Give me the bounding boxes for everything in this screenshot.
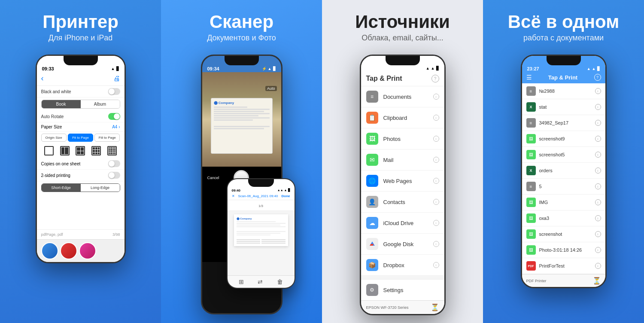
paper-size-row: Paper Size A4 › bbox=[37, 122, 125, 132]
help-button-4[interactable]: ? bbox=[594, 74, 601, 81]
contacts-label: Contacts bbox=[383, 199, 433, 205]
copies-toggle[interactable] bbox=[108, 160, 120, 167]
duplex-toggle[interactable] bbox=[108, 172, 120, 179]
doc-info-orders[interactable]: i bbox=[595, 168, 601, 174]
overlay-scan-label: Scan-06_Aug_2021 09:40 bbox=[238, 194, 278, 198]
menu-icon[interactable]: ☰ bbox=[526, 74, 532, 81]
book-btn[interactable]: Book bbox=[42, 100, 81, 108]
scan-line-5 bbox=[214, 115, 258, 116]
doc-info-img[interactable]: i bbox=[595, 199, 601, 205]
doc-name-printfortest: PrintForTest bbox=[539, 263, 595, 268]
doc-screenshot5[interactable]: 🖼 screenshot5 i bbox=[522, 147, 605, 163]
help-button-3[interactable]: ? bbox=[431, 75, 439, 82]
fill-page-btn[interactable]: Fill to Page bbox=[94, 134, 120, 142]
status-icons-4: ▲ ▲ ▊ bbox=[587, 67, 600, 71]
doc-screenshot[interactable]: 🖼 screenshot i bbox=[522, 226, 605, 242]
doc-info-oxa3[interactable]: i bbox=[595, 215, 601, 221]
thumb-1[interactable] bbox=[41, 242, 58, 259]
doc-info-5[interactable]: i bbox=[595, 183, 601, 189]
doc-printfortest[interactable]: PDF PrintForTest i bbox=[522, 258, 605, 274]
status-icons-2: ⚡ ▲ ▊ bbox=[262, 67, 276, 71]
scan-line-8 bbox=[214, 126, 270, 127]
overlay-page-count: 1/3 bbox=[258, 204, 263, 208]
doc-info-screenshot[interactable]: i bbox=[595, 231, 601, 237]
source-photos[interactable]: 🖼 Photos i bbox=[361, 128, 444, 149]
fit-page-btn[interactable]: Fit to Page bbox=[68, 134, 93, 142]
source-googledisk[interactable]: Google Disk i bbox=[361, 234, 444, 255]
doc-5[interactable]: ≡ 5 i bbox=[522, 179, 605, 195]
bw-toggle[interactable] bbox=[108, 88, 120, 95]
doc-img[interactable]: 🖼 IMG i bbox=[522, 195, 605, 210]
source-webpages[interactable]: 🌐 Web Pages i bbox=[361, 171, 444, 192]
icloud-info[interactable]: i bbox=[433, 220, 439, 226]
overlay-header: ✕ Scan-06_Aug_2021 09:40 Done bbox=[228, 193, 295, 200]
doc-info-printfortest[interactable]: i bbox=[595, 263, 601, 269]
settings-icon: ⚙ bbox=[366, 284, 378, 296]
edge-segment[interactable]: Short-Edge Long-Edge bbox=[41, 183, 120, 192]
thumb-2[interactable] bbox=[60, 242, 77, 259]
thumb-3[interactable] bbox=[79, 242, 96, 259]
hourglass-icon-3: ⏳ bbox=[431, 303, 439, 311]
layout-4x4[interactable] bbox=[107, 146, 117, 155]
album-btn[interactable]: Album bbox=[81, 100, 120, 108]
layout-2x2[interactable] bbox=[76, 146, 85, 155]
webpages-info[interactable]: i bbox=[433, 178, 439, 184]
overlay-done[interactable]: Done bbox=[282, 194, 290, 198]
overlay-doc-preview: ⬤ Company bbox=[228, 211, 295, 275]
autorotate-toggle[interactable] bbox=[108, 113, 120, 120]
overlay-x[interactable]: ✕ bbox=[232, 194, 235, 198]
layout-1x2[interactable] bbox=[60, 146, 70, 155]
source-clipboard[interactable]: 📋 Clipboard i bbox=[361, 107, 444, 128]
delete-icon[interactable]: 🗑 bbox=[277, 278, 283, 285]
doc-info-screenshot5[interactable]: i bbox=[595, 152, 601, 158]
phone2-notch bbox=[225, 56, 259, 65]
printer-icon[interactable]: 🖨 bbox=[113, 75, 120, 82]
doc-info-34982[interactable]: i bbox=[595, 120, 601, 126]
doc-2988[interactable]: ≡ №2988 i bbox=[522, 83, 605, 99]
contacts-info[interactable]: i bbox=[433, 199, 439, 205]
adjust-icon[interactable]: ⇄ bbox=[258, 278, 263, 285]
cancel-button[interactable]: Cancel bbox=[207, 176, 219, 180]
source-documents[interactable]: ≡ Documents i bbox=[361, 86, 444, 107]
doc-name-screenshot9: screenshot9 bbox=[539, 136, 595, 141]
layout-3x3[interactable] bbox=[91, 146, 101, 155]
clipboard-info[interactable]: i bbox=[433, 115, 439, 121]
doc-photo[interactable]: 🖼 Photo-3:01:18 14:26 i bbox=[522, 242, 605, 258]
overlay-col2 bbox=[261, 239, 286, 244]
scan-line-2 bbox=[214, 109, 270, 110]
photos-icon: 🖼 bbox=[366, 133, 378, 145]
source-contacts[interactable]: 👤 Contacts i bbox=[361, 192, 444, 213]
overlay-line-5 bbox=[237, 231, 286, 232]
doc-info-screenshot9[interactable]: i bbox=[595, 136, 601, 142]
phone1-header: ‹ 🖨 bbox=[37, 72, 125, 86]
source-mail[interactable]: ✉ Mail i bbox=[361, 149, 444, 171]
origin-size-btn[interactable]: Origin Size bbox=[41, 134, 67, 142]
doc-info-photo[interactable]: i bbox=[595, 247, 601, 253]
dropbox-info[interactable]: i bbox=[433, 262, 439, 268]
short-edge-btn[interactable]: Short-Edge bbox=[42, 184, 81, 192]
doc-orders[interactable]: X orders i bbox=[522, 163, 605, 179]
back-button[interactable]: ‹ bbox=[41, 74, 44, 83]
layout-1x1[interactable] bbox=[44, 146, 54, 155]
settings-row[interactable]: ⚙ Settings bbox=[361, 279, 444, 300]
documents-label: Documents bbox=[383, 94, 433, 100]
photos-info[interactable]: i bbox=[433, 136, 439, 142]
source-list: ≡ Documents i 📋 Clipboard i 🖼 Photos i ✉ bbox=[361, 86, 444, 276]
doc-stat[interactable]: X stat i bbox=[522, 99, 605, 115]
orientation-segment[interactable]: Book Album bbox=[41, 100, 120, 109]
doc-info-stat[interactable]: i bbox=[595, 104, 601, 110]
doc-info-2988[interactable]: i bbox=[595, 88, 601, 94]
scan-doc-lines bbox=[214, 107, 270, 129]
source-icloud[interactable]: ☁ iCloud Drive i bbox=[361, 213, 444, 234]
mail-info[interactable]: i bbox=[433, 157, 439, 163]
doc-screenshot9[interactable]: 🖼 screenshot9 i bbox=[522, 131, 605, 147]
long-edge-btn[interactable]: Long-Edge bbox=[81, 184, 120, 192]
googledisk-info[interactable]: i bbox=[433, 241, 439, 247]
source-dropbox[interactable]: 📦 Dropbox i bbox=[361, 255, 444, 276]
documents-info[interactable]: i bbox=[433, 94, 439, 100]
doc-34982[interactable]: ≡ 34982_Sep17 i bbox=[522, 115, 605, 131]
phone1-screen: 09:33 ▲ ▊ ‹ 🖨 Black and white Book Album bbox=[37, 56, 125, 262]
page-num: 3/98 bbox=[112, 232, 120, 237]
crop-icon[interactable]: ⊞ bbox=[239, 278, 244, 285]
doc-oxa3[interactable]: 🖼 оха3 i bbox=[522, 210, 605, 226]
